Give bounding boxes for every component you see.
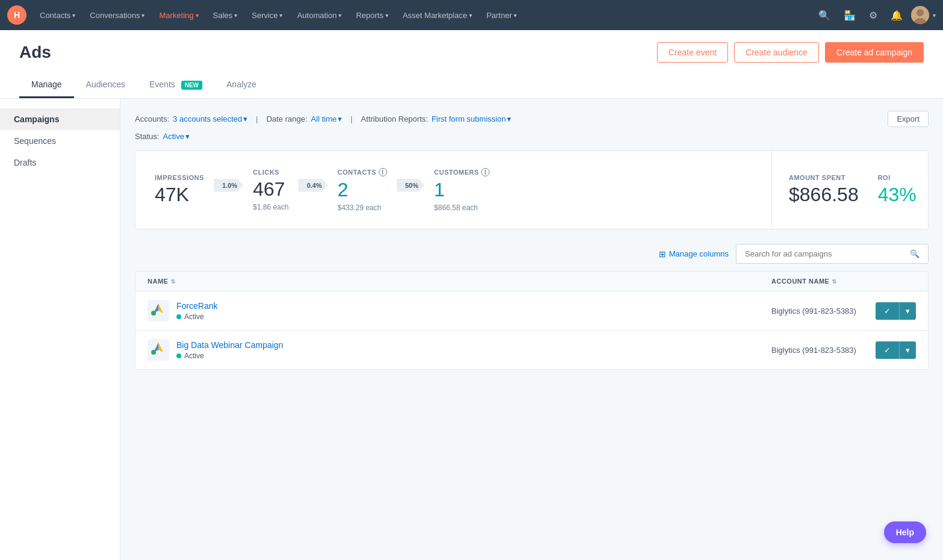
search-icon: 🔍 <box>910 249 920 258</box>
account-name-cell-2: Biglytics (991-823-5383) ✓ ▾ <box>771 341 916 359</box>
reports-chevron-icon: ▾ <box>385 12 388 19</box>
contacts-rate: 0.4% <box>298 179 328 192</box>
customers-sub: $866.58 each <box>434 204 478 212</box>
create-event-button[interactable]: Create event <box>657 42 728 63</box>
campaign-action-1: ✓ ▾ <box>876 302 916 320</box>
contacts-to-customers-arrow: 50% <box>397 179 425 192</box>
columns-icon: ⊞ <box>659 249 666 259</box>
asset-marketplace-chevron-icon: ▾ <box>469 12 472 19</box>
marketing-chevron-icon: ▾ <box>196 12 199 19</box>
sidebar-item-drafts[interactable]: Drafts <box>0 152 120 173</box>
tab-events[interactable]: Events NEW <box>137 72 214 98</box>
date-range-filter-value[interactable]: All time ▾ <box>311 114 342 123</box>
attribution-chevron-icon: ▾ <box>507 114 511 123</box>
nav-conversations[interactable]: Conversations ▾ <box>84 7 151 23</box>
search-input[interactable] <box>745 249 905 258</box>
campaign-icon-2 <box>148 339 169 361</box>
attribution-filter-value[interactable]: First form submission ▾ <box>432 114 512 123</box>
page-header: Ads Create event Create audience Create … <box>0 30 943 99</box>
svg-text:H: H <box>14 10 20 20</box>
top-navigation: H Contacts ▾ Conversations ▾ Marketing ▾… <box>0 0 943 30</box>
nav-contacts[interactable]: Contacts ▾ <box>34 7 81 23</box>
campaign-action-dropdown-1[interactable]: ▾ <box>899 302 916 320</box>
sidebar-item-sequences[interactable]: Sequences <box>0 130 120 152</box>
attribution-filter-label: Attribution Reports: <box>361 114 428 123</box>
amount-spent-value: $866.58 <box>789 184 859 206</box>
sidebar: Campaigns Sequences Drafts <box>0 99 120 560</box>
table-row: Big Data Webinar Campaign Active Biglyti… <box>135 331 928 369</box>
main-content: Campaigns Sequences Drafts Accounts: 3 a… <box>0 99 943 560</box>
stats-main: IMPRESSIONS 47K 1.0% CLICKS 467 $1.86 ea… <box>135 151 771 229</box>
page-title: Ads <box>19 43 51 62</box>
search-icon[interactable]: 🔍 <box>814 7 835 23</box>
campaign-name-cell-1: ForceRank Active <box>148 300 771 322</box>
service-chevron-icon: ▾ <box>279 12 282 19</box>
export-button[interactable]: Export <box>888 111 929 127</box>
campaign-action-dropdown-2[interactable]: ▾ <box>899 341 916 359</box>
nav-marketing[interactable]: Marketing ▾ <box>153 7 204 23</box>
clicks-stat: CLICKS 467 $1.86 each <box>253 169 288 211</box>
impressions-label: IMPRESSIONS <box>155 174 204 181</box>
user-avatar[interactable] <box>911 6 929 24</box>
topnav-right-icons: 🔍 🏪 ⚙ 🔔 ▾ <box>814 6 936 24</box>
accounts-filter-value[interactable]: 3 accounts selected ▾ <box>173 114 247 123</box>
nav-partner[interactable]: Partner ▾ <box>481 7 523 23</box>
clicks-label: CLICKS <box>253 169 279 176</box>
create-audience-button[interactable]: Create audience <box>734 42 819 63</box>
campaign-name-2[interactable]: Big Data Webinar Campaign <box>176 340 283 350</box>
accounts-chevron-icon: ▾ <box>243 114 247 123</box>
marketplace-icon[interactable]: 🏪 <box>839 7 861 23</box>
column-header-name: NAME ⇅ <box>148 278 771 285</box>
nav-sales[interactable]: Sales ▾ <box>207 7 244 23</box>
page-tabs: Manage Audiences Events NEW Analyze <box>19 72 924 98</box>
sidebar-item-campaigns[interactable]: Campaigns <box>0 108 120 130</box>
amount-spent-stat: AMOUNT SPENT $866.58 <box>789 174 859 206</box>
campaigns-table: NAME ⇅ ACCOUNT NAME ⇅ <box>135 271 929 370</box>
nav-service[interactable]: Service ▾ <box>246 7 288 23</box>
account-sort-icon[interactable]: ⇅ <box>832 278 837 285</box>
contacts-chevron-icon: ▾ <box>72 12 75 19</box>
account-name-cell-1: Biglytics (991-823-5383) ✓ ▾ <box>771 302 916 320</box>
customers-info-icon[interactable]: i <box>481 168 490 176</box>
hubspot-logo[interactable]: H <box>7 5 26 25</box>
nav-asset-marketplace[interactable]: Asset Marketplace ▾ <box>397 7 478 23</box>
manage-columns-button[interactable]: ⊞ Manage columns <box>659 249 729 259</box>
clicks-sub: $1.86 each <box>253 203 288 211</box>
contacts-info-icon[interactable]: i <box>379 168 387 176</box>
avatar-chevron-icon[interactable]: ▾ <box>933 12 936 19</box>
tab-manage[interactable]: Manage <box>19 72 74 98</box>
tab-audiences[interactable]: Audiences <box>74 72 137 98</box>
svg-point-3 <box>917 9 924 16</box>
stats-container: IMPRESSIONS 47K 1.0% CLICKS 467 $1.86 ea… <box>135 151 929 229</box>
name-sort-icon[interactable]: ⇅ <box>170 278 176 285</box>
campaign-name-cell-2: Big Data Webinar Campaign Active <box>148 339 771 361</box>
campaign-action-main-2[interactable]: ✓ <box>876 341 899 359</box>
customers-stat: CUSTOMERS i 1 $866.58 each <box>434 168 490 212</box>
tab-analyze[interactable]: Analyze <box>214 72 269 98</box>
settings-icon[interactable]: ⚙ <box>864 7 882 23</box>
roi-stat: ROI 43% <box>878 174 917 206</box>
contacts-sub: $433.29 each <box>337 204 381 212</box>
create-ad-campaign-button[interactable]: Create ad campaign <box>825 42 924 63</box>
stats-right: AMOUNT SPENT $866.58 ROI 43% <box>771 151 928 229</box>
status-active-dot-1 <box>176 314 181 319</box>
campaign-action-main-1[interactable]: ✓ <box>876 302 899 320</box>
impressions-stat: IMPRESSIONS 47K <box>155 174 204 206</box>
table-controls: ⊞ Manage columns 🔍 <box>135 244 929 264</box>
help-button[interactable]: Help <box>884 521 926 543</box>
status-filter-value[interactable]: Active ▾ <box>163 132 189 141</box>
nav-reports[interactable]: Reports ▾ <box>350 7 394 23</box>
conversations-chevron-icon: ▾ <box>142 12 145 19</box>
contacts-value: 2 <box>337 179 348 201</box>
clicks-value: 467 <box>253 178 285 201</box>
content-area: Accounts: 3 accounts selected ▾ | Date r… <box>120 99 943 560</box>
table-row: ForceRank Active Biglytics (991-823-5383… <box>135 291 928 331</box>
notifications-icon[interactable]: 🔔 <box>886 7 907 23</box>
contacts-label: CONTACTS i <box>337 168 387 176</box>
impressions-value: 47K <box>155 184 189 206</box>
campaign-name-1[interactable]: ForceRank <box>176 301 217 311</box>
customers-label: CUSTOMERS i <box>434 168 490 176</box>
customers-value: 1 <box>434 179 445 201</box>
date-range-filter-label: Date range: <box>266 114 307 123</box>
nav-automation[interactable]: Automation ▾ <box>291 7 347 23</box>
